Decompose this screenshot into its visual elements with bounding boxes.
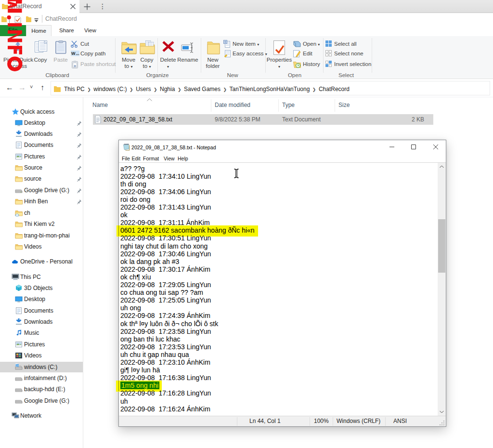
svg-text:W: W bbox=[71, 51, 76, 56]
